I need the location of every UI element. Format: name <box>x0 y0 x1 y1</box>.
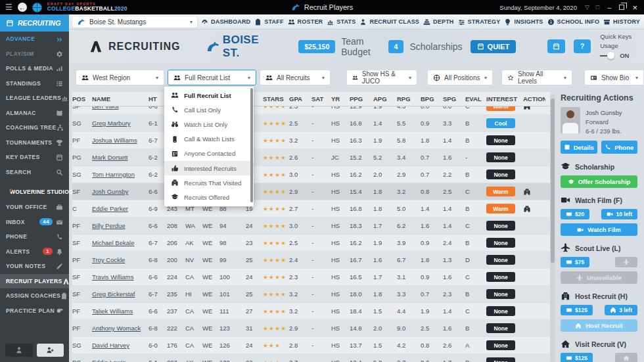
filter-all-recruits[interactable]: All Recruits▾ <box>260 70 331 85</box>
menu-item-call-watch-lists[interactable]: Call & Watch Lists <box>164 132 254 147</box>
phone-button[interactable]: Phone <box>601 141 638 154</box>
watch-film-button[interactable]: Watch Film <box>561 223 637 236</box>
sidebar-item-assign-coaches[interactable]: ASSIGN COACHES <box>0 288 69 304</box>
table-row[interactable]: SGDavid Harvey6-0176CAWE12624★★★2.8-HS13… <box>72 337 550 354</box>
table-row[interactable]: PGMark Dorsett6-2189★★★★2.6-JC15.25.23.4… <box>72 149 550 166</box>
menu-item-call-list-only[interactable]: Call List Only <box>164 102 254 117</box>
sidebar-item-league-leaders[interactable]: LEAGUE LEADERS <box>0 91 69 106</box>
sidebar-item-your-office[interactable]: YOUR OFFICE <box>0 200 69 215</box>
host-recruit-button[interactable]: Host Recruit <box>561 319 637 332</box>
sidebar-item-recruit-players[interactable]: RECRUIT PLAYERS <box>0 274 69 289</box>
recruit-name-link[interactable]: Anthony Womack <box>92 325 149 332</box>
minimize-button[interactable]: – <box>607 3 611 11</box>
column-header-actions[interactable]: ACTIONS <box>523 95 545 102</box>
table-row[interactable]: PFBilly Perdue6-6208WAWE9424★★★★3.0-HS18… <box>72 217 550 235</box>
column-header-bpg[interactable]: BPG <box>421 95 443 102</box>
menu-item-recruits-offered[interactable]: Recruits Offered <box>164 190 254 204</box>
restore-button[interactable] <box>619 5 624 10</box>
sidebar-item-key-dates[interactable]: KEY DATES <box>0 150 69 165</box>
table-row[interactable]: PFTaliek Williams6-6237CAWE11127★★★★3.2-… <box>72 303 550 320</box>
recruit-name-link[interactable]: Mark Dorsett <box>92 154 149 161</box>
column-header-pos[interactable]: POS <box>72 95 92 102</box>
column-header-name[interactable]: NAME <box>92 95 149 102</box>
column-header-gpa[interactable]: GPA <box>289 95 311 102</box>
unavailable-button[interactable]: Unavailable <box>561 271 637 284</box>
sidebar-item-phone[interactable]: PHONE <box>0 229 69 244</box>
tray-window-icon[interactable]: □ <box>596 4 599 11</box>
offer-scholarship-button[interactable]: Offer Scholarship <box>561 175 637 188</box>
tray-volume-icon[interactable]: ▽ <box>585 4 589 11</box>
sidebar-item-practice-plan[interactable]: PRACTICE PLAN <box>0 304 69 319</box>
table-row[interactable]: SGTom Harrington6-2180★★★★3.0-HS16.22.02… <box>72 166 550 183</box>
column-header-apg[interactable]: APG <box>373 95 397 102</box>
sidebar-item-inbox[interactable]: INBOX44 <box>0 215 69 230</box>
table-row[interactable]: PFAnthony Womack6-8222CAWE12331★★★★2.9-H… <box>72 320 550 337</box>
column-header-ppg[interactable]: PPG <box>350 95 373 102</box>
menu-item-recruits-that-visited[interactable]: Recruits That Visited <box>164 175 254 190</box>
tab-insights[interactable]: INSIGHTS <box>504 18 543 26</box>
column-header-spg[interactable]: SPG <box>443 95 465 102</box>
menu-item-interested-recruits[interactable]: Interested Recruits <box>164 161 254 175</box>
tab-staff[interactable]: STAFF <box>254 18 283 26</box>
tab-stats[interactable]: STATS <box>327 18 356 26</box>
calendar-button[interactable] <box>547 39 564 53</box>
column-header-yr[interactable]: YR <box>331 95 350 102</box>
menu-item-watch-list-only[interactable]: Watch List Only <box>164 117 254 131</box>
table-row[interactable]: PGEddie Lewis6-1203AKWE13822★★★3.7-HS13.… <box>72 354 550 362</box>
hamburger-menu-icon[interactable]: ☰ <box>5 3 12 12</box>
table-row[interactable]: PFJoshua Williams6-7201★★★★3.2-HS16.31.9… <box>72 132 550 149</box>
recruit-name-link[interactable]: Billy Perdue <box>92 222 149 229</box>
table-scrollbar[interactable] <box>550 95 555 362</box>
recruit-name-link[interactable]: Travis Williams <box>92 273 149 281</box>
tab-school-info[interactable]: SCHOOL INFO <box>547 18 600 26</box>
filter-all-positions[interactable]: All Positions▾ <box>427 70 493 85</box>
filter-show-all-levels[interactable]: Show All Levels▾ <box>501 70 572 85</box>
quiet-button[interactable]: QUIET <box>471 40 517 53</box>
column-header-rpg[interactable]: RPG <box>397 95 421 102</box>
back-button[interactable]: ← <box>18 3 27 12</box>
recruit-name-link[interactable]: Greg Bickerstaf <box>92 290 149 298</box>
sidebar-item-almanac[interactable]: ALMANAC <box>0 106 69 121</box>
tab-roster[interactable]: ROSTER <box>288 18 323 26</box>
recruit-name-link[interactable]: Ben Vaka <box>92 106 149 110</box>
team-selector[interactable]: Boise St. Mustangs ▾ <box>72 16 197 28</box>
sidebar-item-polls-media[interactable]: POLLS & MEDIA <box>0 61 69 76</box>
scrollbar-thumb[interactable] <box>551 99 555 263</box>
column-header-interest[interactable]: INTEREST <box>486 95 523 102</box>
quick-keys-toggle[interactable] <box>600 53 617 59</box>
menu-scrollbar[interactable] <box>250 88 253 202</box>
table-row[interactable]: CEddie Parker6-9243MTWE8819★★★★2.7-HS16.… <box>72 200 550 217</box>
recruit-name-link[interactable]: Michael Bekale <box>92 239 149 246</box>
column-header-sat[interactable]: SAT <box>311 95 331 102</box>
sidebar-item-standings[interactable]: STANDINGS <box>0 76 69 91</box>
help-button[interactable]: ? <box>574 39 591 53</box>
recruit-name-link[interactable]: David Harvey <box>92 342 149 349</box>
sidebar-item-play-sim[interactable]: PLAY/SIM <box>0 47 69 62</box>
table-row[interactable]: SGGreg Marbury6-1176★★★★2.5-HS16.81.45.5… <box>72 115 550 132</box>
menu-item-anyone-contacted[interactable]: Anyone Contacted <box>164 147 254 161</box>
tab-recruit-class[interactable]: RECRUIT CLASS <box>359 18 419 26</box>
details-button[interactable]: Details <box>561 141 597 154</box>
recruit-name-link[interactable]: Josh Gunsby <box>92 188 149 195</box>
sidebar-item-alerts[interactable]: ALERTS1 <box>0 244 69 260</box>
column-header-stars[interactable]: STARS <box>263 95 289 102</box>
sidebar-item-advance[interactable]: ADVANCE <box>0 32 69 47</box>
filter-full-recruit-list[interactable]: Full Recruit List▾ <box>168 70 256 85</box>
sidebar-section-recruiting[interactable]: RECRUITING <box>0 14 69 32</box>
table-row[interactable]: PFTroy Cockle6-8200NVWE9925★★★★2.4-HS16.… <box>72 252 550 269</box>
table-row[interactable]: SFGreg Bickerstaf6-7235HIWE10125★★★★3.2-… <box>72 286 550 303</box>
tab-strategy[interactable]: STRATEGY <box>458 18 501 26</box>
tab-depth[interactable]: DEPTH <box>423 18 454 26</box>
tab-dashboard[interactable]: DASHBOARD <box>201 18 250 26</box>
menu-item-full-recruit-list[interactable]: Full Recruit List <box>164 88 254 102</box>
recruit-name-link[interactable]: Taliek Williams <box>92 307 149 315</box>
recruit-name-link[interactable]: Eddie Parker <box>92 205 149 212</box>
player-view-button[interactable] <box>5 344 33 357</box>
table-row[interactable]: SFMichael Bekale6-7206AKWE9823★★★★2.5-HS… <box>72 235 550 252</box>
sidebar-item-your-notes[interactable]: YOUR NOTES <box>0 259 69 274</box>
sidebar-item-search[interactable]: SEARCH <box>0 165 69 180</box>
add-player-button[interactable] <box>37 344 64 357</box>
table-row[interactable]: SFBen Vaka6-6242★★★★2.3-HS12.91.94.30.00… <box>72 106 550 115</box>
sidebar-item-tournaments[interactable]: TOURNAMENTS <box>0 135 69 150</box>
filter-show-hs-juco[interactable]: Show HS & JUCO▾ <box>346 70 417 85</box>
